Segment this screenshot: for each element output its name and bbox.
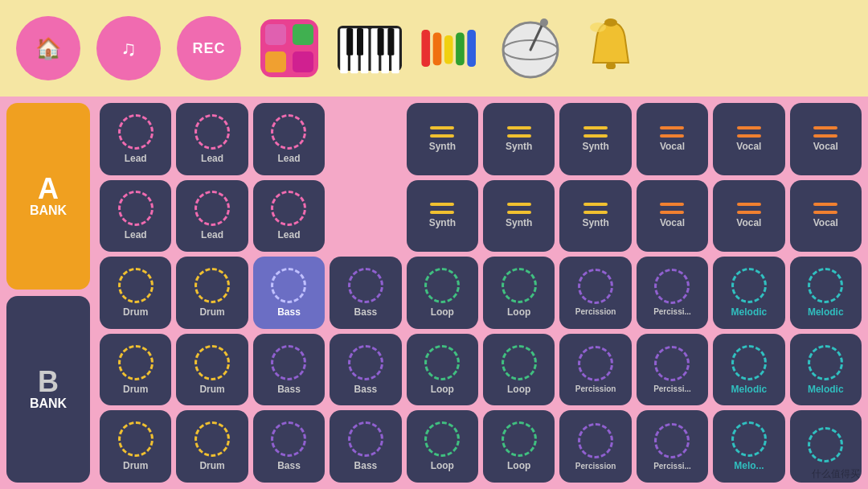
bank-b-button[interactable]: B BANK xyxy=(6,296,90,483)
home-button[interactable]: 🏠 xyxy=(16,16,80,80)
synth-icon xyxy=(507,203,531,214)
pad-label: Percissi... xyxy=(653,384,691,393)
pad-lead-1[interactable]: Lead xyxy=(100,103,171,175)
lead-icon xyxy=(194,191,230,226)
pad-lead-3[interactable]: Lead xyxy=(253,103,325,175)
bell-icon[interactable] xyxy=(579,16,643,80)
pad-label: Lead xyxy=(277,229,300,240)
bass-icon xyxy=(348,345,383,380)
pad-melodic-2[interactable]: Melodic xyxy=(790,257,862,329)
pad-label: Synth xyxy=(582,217,608,228)
pad-label: Lead xyxy=(201,229,223,240)
pad-loop-3[interactable]: Loop xyxy=(407,334,478,406)
pad-vocal-4[interactable]: Vocal xyxy=(637,180,708,253)
lead-icon xyxy=(271,191,306,226)
pad-melodic-5[interactable]: Melo... xyxy=(713,410,784,483)
pad-drum-3[interactable]: Drum xyxy=(100,334,171,406)
pad-drum-4[interactable]: Drum xyxy=(176,334,248,406)
pad-percission-5[interactable]: Percission xyxy=(559,410,631,483)
percission-icon xyxy=(578,269,613,304)
pad-bass-3[interactable]: Bass xyxy=(253,334,325,406)
pad-drum-6[interactable]: Drum xyxy=(176,410,248,483)
pad-bass-6[interactable]: Bass xyxy=(330,410,401,483)
piano-icon[interactable] xyxy=(338,16,402,80)
pad-label: Melodic xyxy=(731,384,768,395)
pad-synth-3[interactable]: Synth xyxy=(559,103,631,175)
pad-lead-2[interactable]: Lead xyxy=(176,103,248,175)
svg-rect-15 xyxy=(387,28,394,55)
main-area: A BANK B BANK Lead Lead Lead xyxy=(0,97,868,489)
percission-icon xyxy=(654,346,690,381)
pad-label: Synth xyxy=(429,217,456,228)
pad-label: Drum xyxy=(123,306,148,318)
svg-point-25 xyxy=(590,23,606,32)
percission-icon xyxy=(578,423,613,458)
melodic-icon xyxy=(808,427,843,462)
pad-label: Drum xyxy=(199,384,224,395)
pad-loop-6[interactable]: Loop xyxy=(483,410,555,483)
pad-vocal-6[interactable]: Vocal xyxy=(790,180,862,253)
pad-label: Drum xyxy=(199,460,224,471)
pad-label: Synth xyxy=(582,141,608,152)
pad-label: Loop xyxy=(431,460,454,471)
svg-rect-18 xyxy=(444,35,453,64)
pad-bass-4[interactable]: Bass xyxy=(330,334,401,406)
pad-bass-2[interactable]: Bass xyxy=(330,257,401,329)
pad-vocal-2[interactable]: Vocal xyxy=(713,103,784,175)
pad-vocal-5[interactable]: Vocal xyxy=(713,180,784,253)
loop-icon xyxy=(502,421,537,457)
drum-icon[interactable] xyxy=(498,16,563,80)
pad-drum-5[interactable]: Drum xyxy=(100,410,171,483)
pad-percission-1[interactable]: Percission xyxy=(559,257,631,329)
drum-icon xyxy=(194,268,230,303)
pad-icon[interactable] xyxy=(257,16,321,80)
bank-a-button[interactable]: A BANK xyxy=(6,103,90,290)
pad-bass-5[interactable]: Bass xyxy=(253,410,325,483)
pad-percission-3[interactable]: Percission xyxy=(559,334,631,406)
pad-melodic-1[interactable]: Melodic xyxy=(713,257,784,329)
percission-icon xyxy=(654,269,690,304)
svg-rect-4 xyxy=(293,51,313,72)
pad-lead-6[interactable]: Lead xyxy=(253,180,325,253)
pad-label: Lead xyxy=(201,153,223,164)
pad-vocal-1[interactable]: Vocal xyxy=(637,103,708,175)
pad-lead-4[interactable]: Lead xyxy=(100,180,171,253)
pad-label: Bass xyxy=(354,384,378,395)
pad-melodic-3[interactable]: Melodic xyxy=(713,334,784,406)
pad-loop-2[interactable]: Loop xyxy=(483,257,555,329)
rec-button[interactable]: REC xyxy=(177,16,241,80)
pad-synth-4[interactable]: Synth xyxy=(407,180,478,253)
pad-loop-5[interactable]: Loop xyxy=(407,410,478,483)
pad-synth-6[interactable]: Synth xyxy=(559,180,631,253)
pad-grid: Lead Lead Lead Synth Synth xyxy=(96,97,868,489)
pad-lead-5[interactable]: Lead xyxy=(176,180,248,253)
pad-percission-2[interactable]: Percissi... xyxy=(637,257,708,329)
pad-loop-4[interactable]: Loop xyxy=(483,334,555,406)
pad-melodic-4[interactable]: Melodic xyxy=(790,334,862,406)
pad-label: Bass xyxy=(354,306,378,318)
pad-synth-5[interactable]: Synth xyxy=(483,180,555,253)
pad-synth-2[interactable]: Synth xyxy=(483,103,555,175)
pad-label: Melodic xyxy=(808,384,844,395)
playlist-button[interactable]: ♫ xyxy=(96,16,161,80)
pad-label: Bass xyxy=(277,384,301,395)
pad-drum-2[interactable]: Drum xyxy=(176,257,248,329)
loop-icon xyxy=(502,268,537,303)
pad-loop-1[interactable]: Loop xyxy=(407,257,478,329)
melodic-icon xyxy=(731,345,767,380)
pad-percission-4[interactable]: Percissi... xyxy=(637,334,708,406)
synth-icon xyxy=(430,203,454,214)
synth-icon xyxy=(430,126,454,138)
pad-percission-6[interactable]: Percissi... xyxy=(637,410,708,483)
pad-synth-1[interactable]: Synth xyxy=(407,103,478,175)
pad-drum-1[interactable]: Drum xyxy=(100,257,171,329)
pad-bass-1[interactable]: Bass xyxy=(253,257,325,329)
pad-label: Percission xyxy=(575,462,616,471)
pad-label: Lead xyxy=(125,229,147,240)
svg-rect-14 xyxy=(378,28,384,55)
pad-label: Percissi... xyxy=(653,462,691,471)
pad-label: Drum xyxy=(123,460,148,471)
pad-vocal-3[interactable]: Vocal xyxy=(790,103,862,175)
svg-rect-3 xyxy=(265,51,286,72)
xylophone-icon[interactable] xyxy=(418,16,482,80)
